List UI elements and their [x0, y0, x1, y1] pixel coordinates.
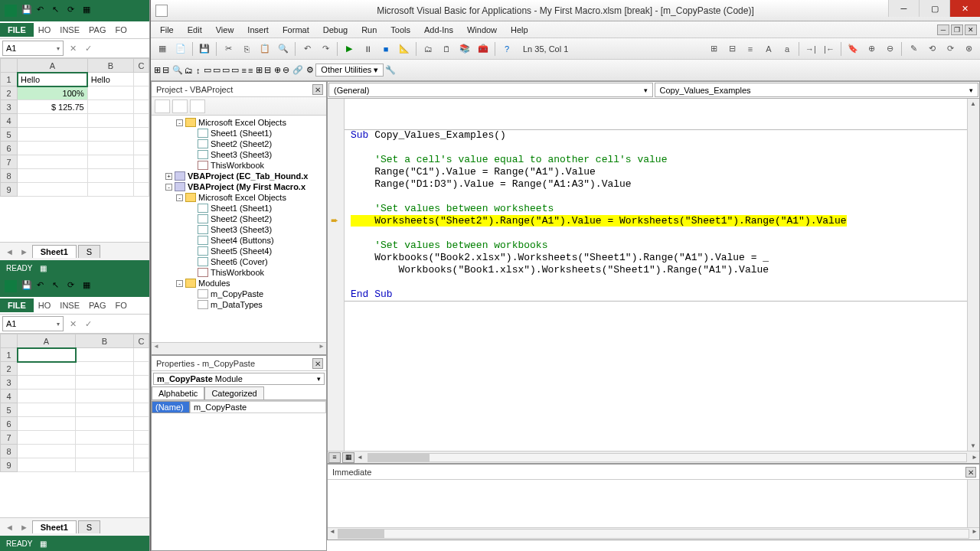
tb-icon[interactable]: A: [760, 41, 777, 57]
ribbon-tab[interactable]: HO: [34, 298, 56, 312]
close-icon[interactable]: ✕: [965, 467, 976, 478]
tb-icon[interactable]: a: [779, 41, 795, 57]
name-box[interactable]: A1: [2, 316, 64, 331]
menu-run[interactable]: Run: [355, 24, 383, 36]
menu-window[interactable]: Window: [461, 24, 503, 36]
tb-icon[interactable]: ⊟: [724, 41, 740, 57]
tree-item[interactable]: -Microsoft Excel Objects: [155, 192, 323, 203]
help-icon[interactable]: ?: [498, 41, 515, 57]
mdi-minimize-button[interactable]: ─: [937, 24, 949, 35]
tb-icon[interactable]: ⊖: [881, 41, 898, 57]
tb-icon[interactable]: ⊟: [162, 65, 169, 75]
tree-item[interactable]: Sheet2 (Sheet2): [155, 214, 323, 224]
tab-categorized[interactable]: Categorized: [204, 386, 263, 399]
qat-refresh-icon[interactable]: ⟳: [67, 5, 80, 17]
project-explorer-icon[interactable]: 🗂: [420, 41, 436, 57]
menu-edit[interactable]: Edit: [181, 24, 208, 36]
tree-item[interactable]: Sheet4 (Buttons): [155, 235, 323, 246]
tb-icon[interactable]: ▭: [231, 65, 239, 75]
macro-record-icon[interactable]: ▦: [40, 540, 47, 548]
tb-icon[interactable]: ⊞: [256, 65, 263, 75]
cell-B1[interactable]: Hello: [87, 73, 133, 86]
tb-icon[interactable]: ⟳: [942, 41, 959, 57]
procedure-dropdown[interactable]: Copy_Values_Examples: [655, 83, 979, 97]
tb-icon[interactable]: ≡: [248, 66, 253, 75]
redo-icon[interactable]: ↷: [317, 41, 334, 57]
cell-A1[interactable]: Hello: [18, 73, 88, 86]
qat-undo-icon[interactable]: ↶: [37, 5, 49, 17]
outdent-icon[interactable]: |←: [821, 41, 838, 57]
sheet-nav-prev-icon[interactable]: ◄: [3, 247, 16, 256]
tab-alphabetic[interactable]: Alphabetic: [152, 386, 204, 399]
qat-macro-icon[interactable]: ▦: [83, 5, 95, 17]
sheet-nav-next-icon[interactable]: ►: [18, 523, 31, 532]
tree-item[interactable]: Sheet3 (Sheet3): [155, 149, 323, 160]
excel-grid[interactable]: ABC 1HelloHello 2100% 3$ 125.75 4 5 6 7 …: [0, 58, 149, 242]
close-icon[interactable]: ✕: [312, 84, 323, 95]
mdi-close-button[interactable]: ✕: [965, 24, 977, 35]
tb-icon[interactable]: ≡: [242, 66, 247, 75]
code-editor[interactable]: ➨ Sub Copy_Values_Examples() 'Set a cell…: [328, 99, 979, 451]
tb-icon[interactable]: ↕: [196, 66, 201, 75]
reset-icon[interactable]: ■: [377, 41, 394, 57]
other-utilities-dropdown[interactable]: Other Utilities ▾: [315, 64, 384, 77]
tree-item[interactable]: Sheet6 (Cover): [155, 256, 323, 267]
toggle-folders-icon[interactable]: [190, 99, 205, 113]
procedure-view-icon[interactable]: ≡: [328, 452, 341, 463]
paste-icon[interactable]: 📋: [256, 41, 273, 57]
tb-icon[interactable]: ⊟: [264, 65, 271, 75]
tb-icon[interactable]: ▭: [213, 65, 220, 75]
indent-icon[interactable]: →|: [802, 41, 819, 57]
menu-insert[interactable]: Insert: [241, 24, 275, 36]
design-mode-icon[interactable]: 📐: [396, 41, 413, 57]
cell-A1[interactable]: [18, 348, 76, 362]
view-object-icon[interactable]: [172, 99, 188, 113]
tb-icon[interactable]: ⊗: [960, 41, 977, 57]
tb-icon[interactable]: ≡: [742, 41, 759, 57]
insert-module-icon[interactable]: 📄: [172, 41, 189, 57]
sheet-tab[interactable]: Sheet1: [32, 245, 77, 258]
qat-undo-icon[interactable]: ↶: [37, 280, 49, 292]
name-box[interactable]: A1: [2, 41, 64, 56]
hscroll-left-icon[interactable]: ◄: [355, 454, 364, 461]
tree-item[interactable]: Sheet1 (Sheet1): [155, 203, 323, 214]
run-icon[interactable]: ▶: [341, 41, 358, 57]
tree-item[interactable]: m_DataTypes: [155, 299, 323, 310]
bookmark-icon[interactable]: 🔖: [844, 41, 861, 57]
tree-item[interactable]: Sheet5 (Sheet4): [155, 246, 323, 256]
full-module-view-icon[interactable]: ▦: [342, 452, 354, 463]
tb-icon[interactable]: ⊞: [705, 41, 722, 57]
sheet-tab[interactable]: S: [78, 245, 100, 258]
mdi-restore-button[interactable]: ❐: [951, 24, 963, 35]
tree-item[interactable]: m_CopyPaste: [155, 289, 323, 299]
file-tab[interactable]: FILE: [0, 23, 34, 37]
file-tab[interactable]: FILE: [0, 298, 34, 312]
tb-icon[interactable]: ⊕: [863, 41, 880, 57]
tb-icon[interactable]: ✎: [905, 41, 922, 57]
tree-item[interactable]: Sheet1 (Sheet1): [155, 128, 323, 139]
menu-debug[interactable]: Debug: [317, 24, 354, 36]
tb-icon[interactable]: 🔗: [292, 65, 303, 75]
tree-item[interactable]: ThisWorkbook: [155, 160, 323, 171]
fx-cancel-icon[interactable]: ✕: [67, 319, 79, 329]
tree-item[interactable]: Sheet2 (Sheet2): [155, 139, 323, 149]
tb-icon[interactable]: ⊞: [154, 65, 161, 75]
menu-tools[interactable]: Tools: [384, 24, 416, 36]
tree-item[interactable]: -Modules: [155, 278, 323, 289]
sheet-nav-prev-icon[interactable]: ◄: [3, 523, 16, 532]
menu-format[interactable]: Format: [276, 24, 315, 36]
fx-confirm-icon[interactable]: ✓: [82, 319, 94, 329]
maximize-button[interactable]: ▢: [919, 0, 949, 17]
minimize-button[interactable]: ─: [888, 0, 919, 17]
cell-A3[interactable]: $ 125.75: [18, 100, 88, 114]
ribbon-tab[interactable]: FO: [110, 23, 131, 37]
ribbon-tab[interactable]: HO: [34, 23, 56, 37]
menu-help[interactable]: Help: [505, 24, 534, 36]
tb-icon[interactable]: ▭: [222, 65, 230, 75]
tb-icon[interactable]: 🔧: [385, 65, 396, 75]
tb-icon[interactable]: 🗂: [185, 66, 193, 75]
project-tree[interactable]: -Microsoft Excel ObjectsSheet1 (Sheet1)S…: [152, 116, 326, 342]
ribbon-tab[interactable]: PAG: [84, 23, 110, 37]
ribbon-tab[interactable]: INSE: [55, 23, 84, 37]
menu-addins[interactable]: Add-Ins: [418, 24, 459, 36]
